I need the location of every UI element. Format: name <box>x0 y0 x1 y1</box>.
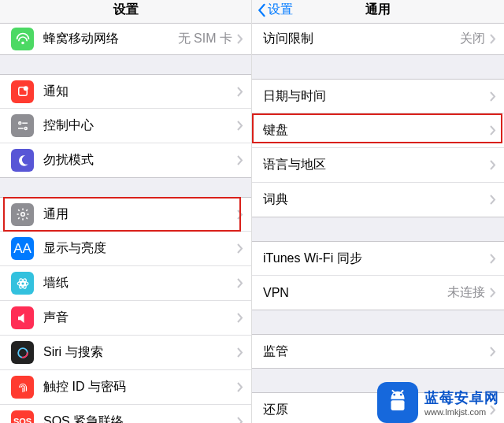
watermark: 蓝莓安卓网 www.lmkjst.com <box>377 382 499 423</box>
chevron-right-icon <box>237 278 243 288</box>
svg-point-18 <box>400 394 402 396</box>
touchid-label: 触控 ID 与密码 <box>43 379 237 395</box>
row-display[interactable]: AA 显示与亮度 <box>0 232 251 266</box>
itunes-wifi-label: iTunes Wi-Fi 同步 <box>263 250 490 267</box>
svg-point-3 <box>18 121 20 124</box>
chevron-right-icon <box>490 288 496 298</box>
svg-line-19 <box>392 390 395 392</box>
page-title: 设置 <box>113 0 139 18</box>
display-label: 显示与亮度 <box>43 240 237 257</box>
dnd-icon <box>11 149 34 172</box>
watermark-logo <box>377 382 418 423</box>
chevron-right-icon <box>490 160 496 170</box>
row-dictionary[interactable]: 词典 <box>252 183 504 217</box>
chevron-right-icon <box>237 417 243 423</box>
restrictions-value: 关闭 <box>460 31 485 47</box>
wallpaper-icon <box>11 272 34 295</box>
dictionary-label: 词典 <box>263 191 490 208</box>
vpn-label: VPN <box>263 286 447 300</box>
row-vpn[interactable]: VPN 未连接 <box>252 276 504 310</box>
row-touchid[interactable]: 触控 ID 与密码 <box>0 370 251 405</box>
row-siri[interactable]: Siri 与搜索 <box>0 336 251 370</box>
language-label: 语言与地区 <box>263 157 490 173</box>
watermark-url: www.lmkjst.com <box>424 407 499 417</box>
svg-line-20 <box>401 390 403 392</box>
siri-label: Siri 与搜索 <box>43 344 237 361</box>
row-cellular[interactable]: 蜂窝移动网络 无 SIM 卡 <box>0 24 251 55</box>
sos-icon: SOS <box>11 410 34 423</box>
chevron-right-icon <box>490 91 496 102</box>
page-title: 通用 <box>365 0 391 18</box>
chevron-right-icon <box>237 34 243 44</box>
row-datetime[interactable]: 日期与时间 <box>252 79 504 113</box>
chevron-right-icon <box>237 87 243 97</box>
cellular-value: 无 SIM 卡 <box>178 31 232 47</box>
back-label: 设置 <box>268 2 293 18</box>
settings-root-pane: 设置 蜂窝移动网络 无 SIM 卡 通知 控制中心 <box>0 0 252 423</box>
row-sos[interactable]: SOS SOS 紧急联络 <box>0 405 251 423</box>
general-icon <box>11 203 34 226</box>
general-pane: 设置 通用 访问限制 关闭 日期与时间 键盘 语言与地区 词典 <box>252 0 504 423</box>
sound-icon <box>11 306 34 329</box>
back-button[interactable]: 设置 <box>257 0 293 18</box>
control-center-label: 控制中心 <box>43 117 237 134</box>
control-center-icon <box>11 114 34 137</box>
row-sound[interactable]: 声音 <box>0 301 251 336</box>
display-icon: AA <box>11 237 34 260</box>
chevron-right-icon <box>237 382 243 392</box>
chevron-right-icon <box>237 155 243 165</box>
svg-point-0 <box>22 42 24 43</box>
row-itunes-wifi[interactable]: iTunes Wi-Fi 同步 <box>252 241 504 276</box>
chevron-right-icon <box>490 347 496 357</box>
vpn-value: 未连接 <box>447 284 485 301</box>
svg-point-17 <box>393 394 395 396</box>
svg-rect-16 <box>391 400 405 410</box>
cellular-icon <box>11 28 34 50</box>
row-control-center[interactable]: 控制中心 <box>0 109 251 143</box>
notifications-label: 通知 <box>43 83 237 100</box>
chevron-right-icon <box>237 313 243 323</box>
chevron-right-icon <box>237 210 243 220</box>
regulatory-label: 监管 <box>263 343 490 360</box>
chevron-right-icon <box>237 243 243 254</box>
keyboard-label: 键盘 <box>263 122 490 139</box>
svg-point-7 <box>20 213 24 217</box>
wallpaper-label: 墙纸 <box>43 275 237 291</box>
chevron-right-icon <box>490 34 496 44</box>
header: 设置 通用 <box>252 0 504 24</box>
row-restrictions[interactable]: 访问限制 关闭 <box>252 24 504 55</box>
row-wallpaper[interactable]: 墙纸 <box>0 266 251 301</box>
row-dnd[interactable]: 勿扰模式 <box>0 143 251 178</box>
datetime-label: 日期与时间 <box>263 88 490 105</box>
row-keyboard[interactable]: 键盘 <box>252 113 504 148</box>
watermark-name: 蓝莓安卓网 <box>424 388 499 407</box>
chevron-right-icon <box>490 254 496 264</box>
row-language[interactable]: 语言与地区 <box>252 148 504 183</box>
chevron-right-icon <box>237 347 243 358</box>
row-general[interactable]: 通用 <box>0 197 251 232</box>
chevron-right-icon <box>490 195 496 205</box>
siri-icon <box>11 341 34 364</box>
svg-point-2 <box>23 86 28 91</box>
chevron-right-icon <box>237 121 243 131</box>
header: 设置 <box>0 0 251 24</box>
svg-point-5 <box>24 127 27 129</box>
dnd-label: 勿扰模式 <box>43 152 237 169</box>
sos-label: SOS 紧急联络 <box>43 414 237 423</box>
cellular-label: 蜂窝移动网络 <box>43 31 178 47</box>
row-regulatory[interactable]: 监管 <box>252 334 504 369</box>
general-label: 通用 <box>43 206 237 223</box>
restrictions-label: 访问限制 <box>263 31 460 47</box>
touchid-icon <box>11 376 34 399</box>
chevron-right-icon <box>490 125 496 135</box>
notifications-icon <box>11 80 34 103</box>
row-notifications[interactable]: 通知 <box>0 74 251 109</box>
sound-label: 声音 <box>43 310 237 326</box>
